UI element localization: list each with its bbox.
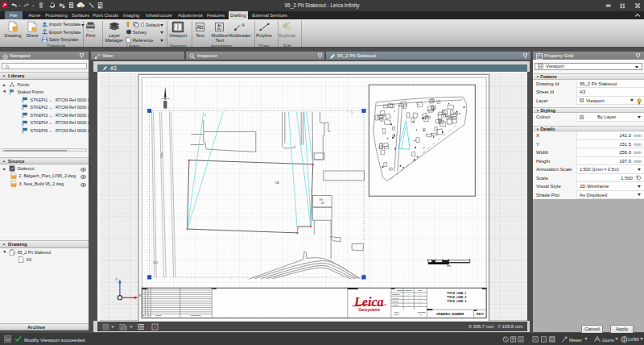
svg-text:2560: 2560 xyxy=(152,261,158,264)
svg-text:AGG.TO: AGG.TO xyxy=(392,297,398,299)
svg-text:Hala: Hala xyxy=(159,153,163,158)
svg-text:Bc: Bc xyxy=(217,27,221,31)
svg-text:PAGE SIZE: PAGE SIZE xyxy=(417,311,426,313)
svg-text:APPROV.TEXT: APPROV.TEXT xyxy=(190,314,201,316)
svg-text:A3: A3 xyxy=(419,314,421,315)
svg-text:746: 746 xyxy=(275,181,279,185)
svg-text:Ab: Ab xyxy=(197,23,204,29)
svg-text:A: A xyxy=(242,23,246,27)
svg-text:REVV: REVV xyxy=(477,313,485,316)
svg-text:INSERITO: INSERITO xyxy=(392,294,399,296)
svg-text:DATE: DATE xyxy=(418,290,423,292)
svg-text:DRAWING_NUMBER: DRAWING_NUMBER xyxy=(436,313,464,316)
svg-text:TITLE_LINE_1: TITLE_LINE_1 xyxy=(447,293,466,296)
svg-text:Geosystems: Geosystems xyxy=(358,309,381,313)
svg-text:Y: Y xyxy=(115,277,118,281)
svg-text:X: X xyxy=(138,293,141,297)
svg-text:Leica: Leica xyxy=(353,295,383,309)
svg-text:MODIFICA: MODIFICA xyxy=(397,290,405,292)
svg-text:NU.TTE: NU.TTE xyxy=(155,314,162,316)
svg-text:Ref: Ref xyxy=(319,199,322,202)
svg-text:CATG.RI: CATG.RI xyxy=(392,301,398,302)
svg-text:APPROV: APPROV xyxy=(392,305,399,306)
svg-text:DETTAGLI: DETTAGLI xyxy=(405,290,413,292)
svg-text:TITLE_LINE_3: TITLE_LINE_3 xyxy=(447,301,466,304)
svg-text:TITLE_LINE_2: TITLE_LINE_2 xyxy=(447,297,466,300)
svg-text:SCALA: SCALA xyxy=(394,314,399,315)
svg-text:SCAT: SCAT xyxy=(394,311,399,313)
svg-text:50m: 50m xyxy=(446,265,450,268)
svg-text:007: 007 xyxy=(320,202,324,205)
